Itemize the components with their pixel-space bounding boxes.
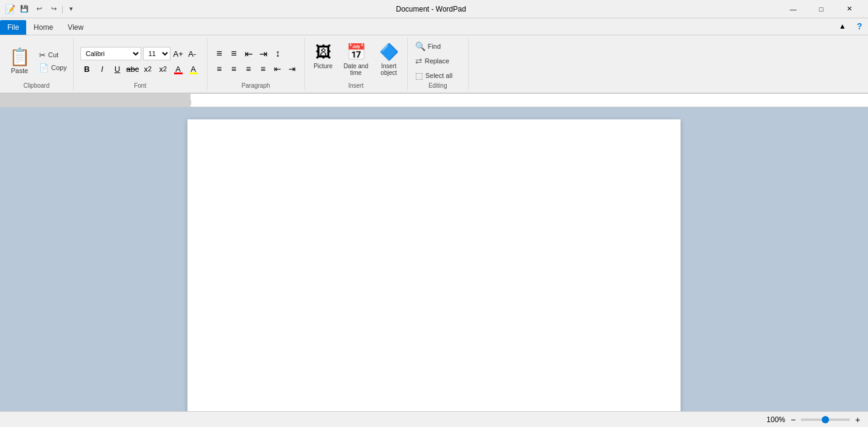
para-row-2: ≡ ≡ ≡ ≡ ⇤ ⇥ [212,62,299,76]
superscript-button[interactable]: x2 [156,62,170,76]
picture-button[interactable]: 🖼 Picture [309,40,338,72]
find-button[interactable]: 🔍 Find [411,40,464,53]
ribbon-tabs: File Home View ▲ ? [0,18,868,35]
clipboard-group: 📋 Paste ✂ Cut 📄 Copy Clipboard [0,38,74,90]
paste-label: Paste [11,67,28,74]
find-icon: 🔍 [415,41,425,51]
select-all-label: Select all [425,72,453,79]
font-size-grow-button[interactable]: A+ [172,48,184,60]
align-right-button[interactable]: ≡ [242,62,255,76]
cut-icon: ✂ [39,51,46,60]
insert-object-button[interactable]: 🔷 Insertobject [374,40,404,79]
document-area[interactable] [0,107,868,411]
paste-icon: 📋 [9,49,30,66]
copy-label: Copy [51,64,67,71]
font-family-select[interactable]: Calibri [80,47,141,60]
qat-separator: | [61,5,63,13]
align-left-button[interactable]: ≡ [212,62,226,76]
copy-icon: 📄 [39,63,49,72]
title-bar: 📝 💾 ↩ ↪ | ▾ Document - WordPad — □ ✕ [0,0,868,18]
ordered-list-button[interactable]: ≡ [227,47,240,60]
tab-home[interactable]: Home [26,21,60,35]
ribbon-bar: 📋 Paste ✂ Cut 📄 Copy Clipboard Calibri [0,35,868,94]
zoom-out-button[interactable]: − [788,414,799,425]
close-button[interactable]: ✕ [835,0,863,18]
paragraph-content: ≡ ≡ ⇤ ⇥ ↕ ≡ ≡ ≡ ≡ ⇤ ⇥ [212,38,299,82]
zoom-level-text: 100% [766,415,785,424]
zoom-slider[interactable] [801,418,850,421]
ribbon-spacer [469,38,868,90]
zoom-in-button[interactable]: + [852,414,863,425]
font-color-swatch [174,72,183,74]
qat-customize-button[interactable]: ▾ [65,2,78,16]
cut-label: Cut [48,51,58,58]
font-size-select[interactable]: 11 [143,47,170,60]
undo-button[interactable]: ↩ [32,2,46,16]
underline-button[interactable]: U [111,62,124,76]
tab-file[interactable]: File [0,20,26,35]
decrease-indent-button[interactable]: ⇤ [271,62,284,76]
subscript-button[interactable]: x2 [141,62,155,76]
editing-group-label: Editing [429,82,447,90]
align-justify-button[interactable]: ≡ [256,62,270,76]
find-label: Find [428,43,441,50]
font-row-2: B I U abc x2 x2 A A [80,62,200,76]
para-row-1: ≡ ≡ ⇤ ⇥ ↕ [212,47,284,60]
font-row-1: Calibri 11 A+ A- [80,47,198,60]
datetime-icon: 📅 [346,43,366,62]
italic-button[interactable]: I [96,62,109,76]
replace-button[interactable]: ⇄ Replace [411,54,464,68]
editing-group: 🔍 Find ⇄ Replace ⬚ Select all Editing [408,38,469,90]
insert-object-icon: 🔷 [379,43,399,62]
picture-label: Picture [313,63,332,69]
paragraph-group: ≡ ≡ ⇤ ⇥ ↕ ≡ ≡ ≡ ≡ ⇤ ⇥ Paragraph [208,38,305,90]
cut-button[interactable]: ✂ Cut [37,49,69,61]
increase-indent-button[interactable]: ⇥ [285,62,299,76]
minimize-button[interactable]: — [779,0,807,18]
quick-access-toolbar: 💾 ↩ ↪ | ▾ [18,2,78,16]
tab-view[interactable]: View [60,21,91,35]
select-all-button[interactable]: ⬚ Select all [411,69,464,82]
strikethrough-button[interactable]: abc [126,62,139,76]
datetime-button[interactable]: 📅 Date andtime [341,40,371,79]
insert-content: 🖼 Picture 📅 Date andtime 🔷 Insertobject [309,38,404,82]
highlight-color-swatch [189,72,198,74]
document-page[interactable] [187,119,681,411]
list-increase-indent-button[interactable]: ⇥ [256,47,270,60]
list-decrease-indent-button[interactable]: ⇤ [242,47,255,60]
zoom-area: 100% − + [766,414,863,425]
paragraph-group-label: Paragraph [242,82,270,90]
zoom-slider-thumb[interactable] [822,416,829,423]
font-group-label: Font [134,82,146,90]
window-title: Document - WordPad [83,5,779,13]
datetime-label: Date andtime [343,63,368,76]
ribbon-collapse-button[interactable]: ▲ [834,18,851,35]
clipboard-group-label: Clipboard [23,82,49,90]
font-size-shrink-button[interactable]: A- [186,48,198,60]
insert-group-label: Insert [348,82,363,90]
status-bar: 100% − + [0,411,868,427]
replace-label: Replace [425,57,449,65]
window-controls: — □ ✕ [779,0,863,18]
unordered-list-button[interactable]: ≡ [212,47,226,60]
font-group: Calibri 11 A+ A- B I U abc x2 x2 A [74,38,208,90]
copy-button[interactable]: 📄 Copy [37,62,69,74]
ruler [0,94,868,107]
ruler-grey-left [0,94,191,107]
clipboard-content: 📋 Paste ✂ Cut 📄 Copy [4,38,69,82]
align-center-button[interactable]: ≡ [227,62,240,76]
highlight-color-button[interactable]: A [187,62,200,76]
redo-button[interactable]: ↪ [47,2,60,16]
insert-group: 🖼 Picture 📅 Date andtime 🔷 Insertobject … [305,38,408,90]
ribbon-help-button[interactable]: ? [851,18,868,35]
bold-button[interactable]: B [80,62,94,76]
ruler-inner [191,94,868,107]
paste-button[interactable]: 📋 Paste [4,43,35,80]
font-color-button[interactable]: A [172,62,185,76]
maximize-button[interactable]: □ [807,0,835,18]
insert-object-label: Insertobject [380,63,397,76]
line-spacing-button[interactable]: ↕ [271,47,284,60]
picture-icon: 🖼 [315,43,331,62]
save-button[interactable]: 💾 [18,2,31,16]
select-all-icon: ⬚ [415,71,423,80]
